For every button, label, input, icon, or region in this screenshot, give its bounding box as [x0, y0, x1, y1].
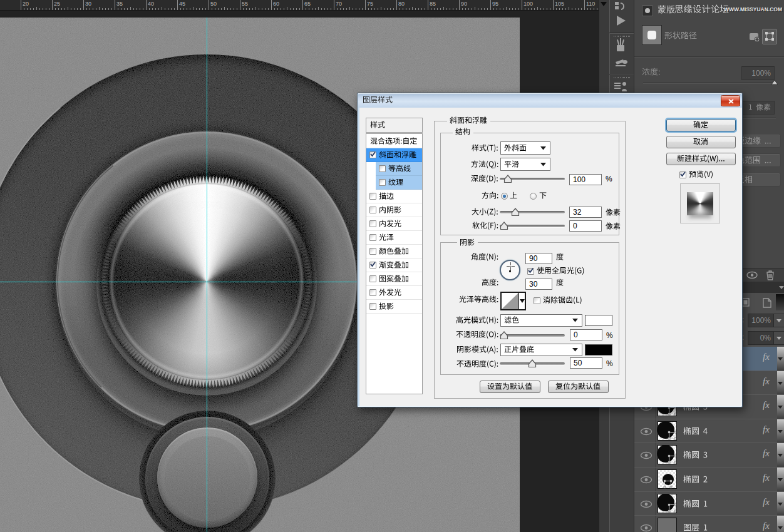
- svg-text:50: 50: [210, 1, 217, 7]
- svg-text:80: 80: [398, 1, 405, 7]
- svg-text:25: 25: [54, 1, 60, 7]
- svg-text:70: 70: [336, 1, 342, 7]
- svg-text:20: 20: [23, 1, 29, 7]
- svg-text:65: 65: [304, 1, 311, 7]
- svg-text:105: 105: [555, 1, 564, 7]
- svg-text:55: 55: [242, 1, 248, 7]
- svg-text:95: 95: [492, 1, 498, 7]
- svg-text:35: 35: [116, 1, 123, 7]
- svg-text:90: 90: [461, 1, 467, 7]
- svg-text:60: 60: [273, 1, 279, 7]
- svg-text:75: 75: [367, 1, 373, 7]
- svg-text:40: 40: [148, 1, 154, 7]
- svg-text:30: 30: [85, 1, 91, 7]
- svg-text:45: 45: [179, 1, 185, 7]
- svg-text:100: 100: [524, 1, 533, 7]
- svg-text:85: 85: [430, 1, 436, 7]
- svg-text:110: 110: [586, 1, 595, 7]
